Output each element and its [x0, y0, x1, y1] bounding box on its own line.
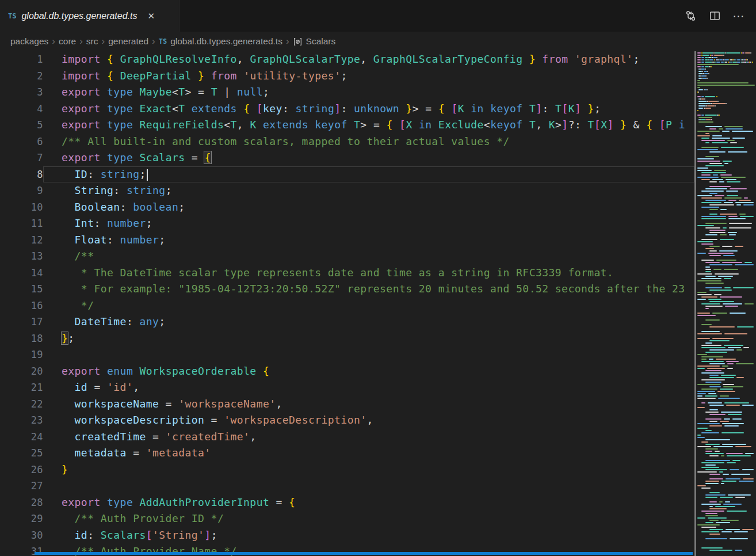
typescript-file-icon: TS — [159, 37, 167, 45]
code-line: 22 workspaceName = 'workspaceName', — [0, 396, 694, 413]
line-number: 23 — [0, 412, 43, 429]
line-number: 4 — [0, 101, 43, 117]
code-line: 11 Int: number; — [0, 215, 694, 232]
code-line: 23 workspaceDescription = 'workspaceDesc… — [0, 412, 694, 429]
line-number: 24 — [0, 429, 43, 445]
code-line: 20export enum WorkspaceOrderable { — [0, 363, 694, 380]
tab-label: global.db.types.generated.ts — [21, 11, 137, 21]
editor: 1import { GraphQLResolveInfo, GraphQLSca… — [0, 51, 756, 556]
text-cursor — [147, 169, 148, 181]
code-line: 8 ID: string; — [0, 166, 694, 183]
line-number: 16 — [0, 298, 43, 314]
code-line: 2import { DeepPartial } from 'utility-ty… — [0, 68, 694, 85]
code-line: 14 * The DateTime scalar type represents… — [0, 265, 694, 281]
line-number: 11 — [0, 215, 43, 232]
line-number: 20 — [0, 363, 43, 380]
more-actions-icon[interactable]: ⋯ — [732, 9, 746, 23]
code-line: 28export type AddAuthProviderInput = { — [0, 494, 694, 511]
code-line: 12 Float: number; — [0, 232, 694, 249]
line-number: 2 — [0, 68, 43, 85]
line-number: 26 — [0, 462, 43, 478]
tab-bar: TS global.db.types.generated.ts ✕ — [0, 0, 756, 32]
code-line: 18}; — [0, 330, 694, 347]
line-number: 19 — [0, 346, 43, 363]
breadcrumb-separator: › — [79, 36, 83, 47]
breadcrumb: packages›core›src›generated›TSglobal.db.… — [0, 32, 756, 51]
code-line: 17 DateTime: any; — [0, 314, 694, 330]
vscode-window: TS global.db.types.generated.ts ✕ — [0, 0, 756, 556]
line-number: 12 — [0, 232, 43, 249]
breadcrumb-item[interactable]: TSglobal.db.types.generated.ts — [159, 36, 282, 47]
line-number: 25 — [0, 445, 43, 462]
line-number: 1 — [0, 51, 43, 68]
horizontal-scrollbar[interactable] — [35, 552, 693, 555]
line-number: 17 — [0, 314, 43, 330]
code-line: 21 id = 'id', — [0, 379, 694, 396]
code-line: 24 createdTime = 'createdTime', — [0, 429, 694, 445]
code-line: 27 — [0, 478, 694, 494]
breadcrumb-item[interactable]: packages — [10, 36, 48, 47]
editor-tab[interactable]: TS global.db.types.generated.ts ✕ — [0, 0, 180, 32]
code-line: 13 /** — [0, 248, 694, 265]
line-number: 15 — [0, 281, 43, 298]
breadcrumb-item[interactable]: Scalars — [293, 36, 336, 47]
breadcrumb-separator: › — [52, 36, 55, 47]
breadcrumb-item[interactable]: generated — [108, 36, 148, 47]
breadcrumb-item[interactable]: core — [59, 36, 76, 47]
code-line: 6/** All built-in and custom scalars, ma… — [0, 134, 694, 150]
typescript-file-icon: TS — [8, 12, 16, 20]
breadcrumb-separator: › — [102, 36, 105, 47]
code-line: 10 Boolean: boolean; — [0, 199, 694, 216]
line-number: 8 — [0, 166, 43, 183]
line-number: 10 — [0, 199, 43, 216]
line-number: 3 — [0, 84, 43, 101]
line-number: 9 — [0, 182, 43, 199]
code-line: 1import { GraphQLResolveInfo, GraphQLSca… — [0, 51, 694, 68]
split-editor-icon[interactable] — [708, 9, 721, 23]
code-line: 30 id: Scalars['String']; — [0, 527, 694, 544]
line-number: 27 — [0, 478, 43, 494]
code-line: 9 String: string; — [0, 182, 694, 199]
code-line: 7export type Scalars = { — [0, 150, 694, 166]
line-number: 18 — [0, 330, 43, 347]
line-number: 14 — [0, 265, 43, 281]
breadcrumb-separator: › — [286, 36, 289, 47]
code-lines[interactable]: 1import { GraphQLResolveInfo, GraphQLSca… — [0, 51, 694, 556]
code-line: 4export type Exact<T extends { [key: str… — [0, 101, 694, 117]
line-number: 29 — [0, 511, 43, 527]
minimap[interactable] — [696, 51, 756, 556]
breadcrumb-separator: › — [152, 36, 155, 47]
line-number: 6 — [0, 134, 43, 150]
code-line: 15 * For example: "1985-04-12T23:20:50.5… — [0, 281, 694, 298]
code-line: 5export type RequireFields<T, K extends … — [0, 117, 694, 134]
code-line: 26} — [0, 462, 694, 478]
code-line: 25 metadata = 'metadata' — [0, 445, 694, 462]
line-number: 5 — [0, 117, 43, 134]
symbol-type-icon — [293, 37, 303, 46]
open-changes-icon[interactable] — [684, 9, 697, 23]
code-line: 19 — [0, 346, 694, 363]
code-line: 16 */ — [0, 298, 694, 314]
editor-actions: ⋯ — [684, 0, 756, 32]
code-line: 29 /** Auth Provider ID */ — [0, 511, 694, 527]
line-number: 22 — [0, 396, 43, 413]
code-line: 3export type Maybe<T> = T | null; — [0, 84, 694, 101]
line-number: 28 — [0, 494, 43, 511]
line-number: 30 — [0, 527, 43, 544]
breadcrumb-item[interactable]: src — [86, 36, 98, 47]
line-number: 13 — [0, 248, 43, 265]
close-icon[interactable]: ✕ — [144, 10, 158, 22]
line-number: 7 — [0, 150, 43, 166]
line-number: 21 — [0, 379, 43, 396]
